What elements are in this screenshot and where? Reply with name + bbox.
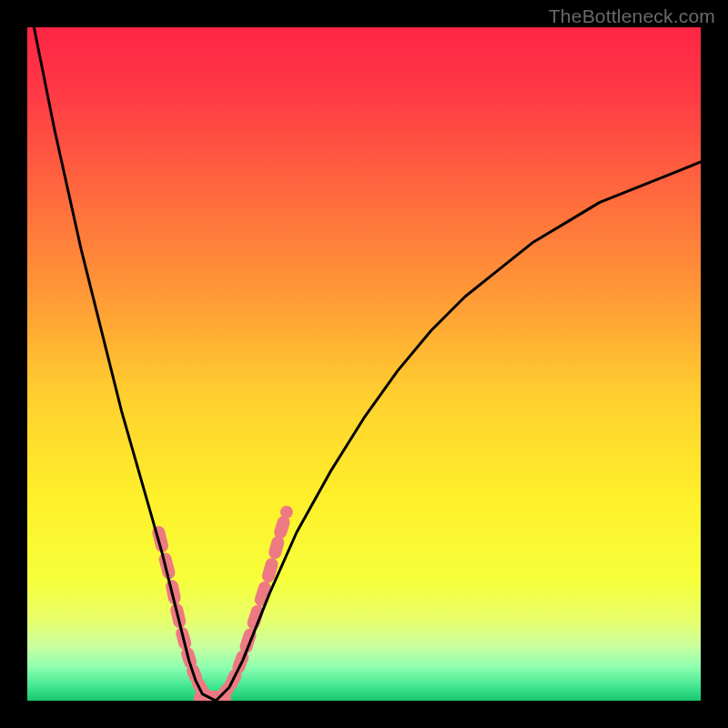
chart-frame: TheBottleneck.com	[0, 0, 728, 728]
highlight-markers	[158, 512, 287, 700]
plot-area	[27, 27, 701, 701]
highlight-marker	[268, 564, 272, 576]
highlight-marker	[280, 522, 283, 532]
bottleneck-curve	[27, 27, 701, 701]
watermark-text: TheBottleneck.com	[549, 5, 715, 27]
chart-curve-layer	[27, 27, 701, 701]
highlight-marker	[275, 542, 278, 552]
highlight-marker	[254, 612, 258, 623]
highlight-marker	[261, 588, 265, 600]
